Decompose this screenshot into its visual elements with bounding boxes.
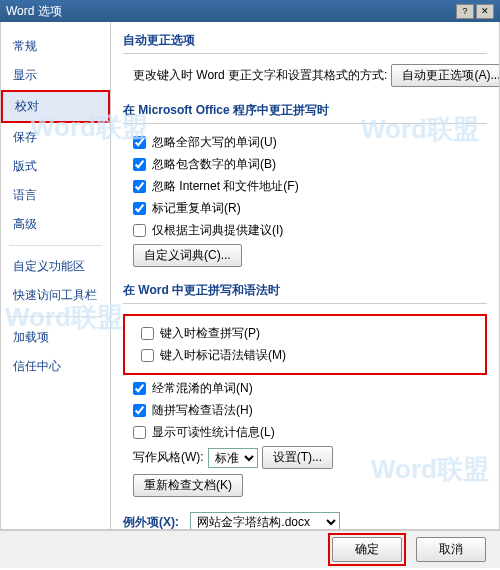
word-option-row: 随拼写检查语法(H) xyxy=(133,402,487,419)
autocorrect-text: 更改键入时 Word 更正文字和设置其格式的方式: xyxy=(133,67,387,84)
word-option-row: 经常混淆的单词(N) xyxy=(133,380,487,397)
chk-label: 忽略 Internet 和文件地址(F) xyxy=(152,178,299,195)
sidebar-item-quick-access[interactable]: 快速访问工具栏 xyxy=(1,281,110,310)
chk-mark-grammar-typing[interactable] xyxy=(141,349,154,362)
section-ms-spell-heading: 在 Microsoft Office 程序中更正拼写时 xyxy=(123,92,487,124)
ms-option-row: 忽略包含数字的单词(B) xyxy=(133,156,487,173)
sidebar-item-trust-center[interactable]: 信任中心 xyxy=(1,352,110,381)
word-option-row: 键入时标记语法错误(M) xyxy=(141,347,479,364)
section-autocorrect-heading: 自动更正选项 xyxy=(123,22,487,54)
chk-label: 经常混淆的单词(N) xyxy=(152,380,253,397)
sidebar-item-display[interactable]: 显示 xyxy=(1,61,110,90)
chk-grammar-with-spell[interactable] xyxy=(133,404,146,417)
titlebar: Word 选项 ? ✕ xyxy=(0,0,500,22)
writing-style-select[interactable]: 标准 xyxy=(208,448,258,468)
custom-dictionaries-button[interactable]: 自定义词典(C)... xyxy=(133,244,242,267)
sidebar: Word联盟 Word联盟 常规 显示 校对 保存 版式 语言 高级 自定义功能… xyxy=(1,22,111,529)
close-button[interactable]: ✕ xyxy=(476,4,494,19)
sidebar-item-language[interactable]: 语言 xyxy=(1,181,110,210)
chk-label: 键入时标记语法错误(M) xyxy=(160,347,286,364)
sidebar-item-layout[interactable]: 版式 xyxy=(1,152,110,181)
chk-confused-words[interactable] xyxy=(133,382,146,395)
recheck-document-button[interactable]: 重新检查文档(K) xyxy=(133,474,243,497)
highlighted-options-box: 键入时检查拼写(P) 键入时标记语法错误(M) xyxy=(123,314,487,375)
chk-readability-stats[interactable] xyxy=(133,426,146,439)
chk-label: 仅根据主词典提供建议(I) xyxy=(152,222,283,239)
ok-button[interactable]: 确定 xyxy=(332,537,402,562)
window-title: Word 选项 xyxy=(6,0,62,22)
chk-check-spelling-typing[interactable] xyxy=(141,327,154,340)
sidebar-item-general[interactable]: 常规 xyxy=(1,32,110,61)
chk-label: 标记重复单词(R) xyxy=(152,200,241,217)
ms-option-row: 仅根据主词典提供建议(I) xyxy=(133,222,487,239)
exceptions-document-select[interactable]: 网站金字塔结构.docx xyxy=(190,512,340,529)
custom-dict-row: 自定义词典(C)... xyxy=(133,244,487,267)
sidebar-item-advanced[interactable]: 高级 xyxy=(1,210,110,239)
exceptions-label: 例外项(X): xyxy=(123,515,179,529)
chk-main-dict-only[interactable] xyxy=(133,224,146,237)
writing-style-settings-button[interactable]: 设置(T)... xyxy=(262,446,333,469)
cancel-button[interactable]: 取消 xyxy=(416,537,486,562)
chk-label: 随拼写检查语法(H) xyxy=(152,402,253,419)
word-option-row: 键入时检查拼写(P) xyxy=(141,325,479,342)
ms-option-row: 忽略全部大写的单词(U) xyxy=(133,134,487,151)
help-button[interactable]: ? xyxy=(456,4,474,19)
titlebar-buttons: ? ✕ xyxy=(456,4,494,19)
autocorrect-row: 更改键入时 Word 更正文字和设置其格式的方式: 自动更正选项(A)... xyxy=(133,64,487,87)
sidebar-item-addins[interactable]: 加载项 xyxy=(1,323,110,352)
chk-label: 显示可读性统计信息(L) xyxy=(152,424,275,441)
chk-label: 忽略全部大写的单词(U) xyxy=(152,134,277,151)
sidebar-item-proofing[interactable]: 校对 xyxy=(1,90,110,123)
section-word-spell-heading: 在 Word 中更正拼写和语法时 xyxy=(123,272,487,304)
chk-flag-repeated[interactable] xyxy=(133,202,146,215)
section-exceptions-heading: 例外项(X): 网站金字塔结构.docx xyxy=(123,502,487,529)
sidebar-separator xyxy=(9,245,102,246)
writing-style-row: 写作风格(W): 标准 设置(T)... xyxy=(133,446,487,469)
chk-label: 忽略包含数字的单词(B) xyxy=(152,156,276,173)
chk-label: 键入时检查拼写(P) xyxy=(160,325,260,342)
ms-option-row: 标记重复单词(R) xyxy=(133,200,487,217)
dialog-body: Word联盟 Word联盟 常规 显示 校对 保存 版式 语言 高级 自定义功能… xyxy=(0,22,500,530)
writing-style-label: 写作风格(W): xyxy=(133,449,204,466)
chk-ignore-uppercase[interactable] xyxy=(133,136,146,149)
sidebar-item-save[interactable]: 保存 xyxy=(1,123,110,152)
dialog-footer: 确定 取消 xyxy=(0,530,500,568)
ok-highlight-box: 确定 xyxy=(328,533,406,566)
main-panel: Word联盟 Word联盟 自动更正选项 更改键入时 Word 更正文字和设置其… xyxy=(111,22,499,529)
chk-ignore-numbers[interactable] xyxy=(133,158,146,171)
autocorrect-options-button[interactable]: 自动更正选项(A)... xyxy=(391,64,499,87)
sidebar-separator xyxy=(9,316,102,317)
ms-option-row: 忽略 Internet 和文件地址(F) xyxy=(133,178,487,195)
word-option-row: 显示可读性统计信息(L) xyxy=(133,424,487,441)
sidebar-item-customize-ribbon[interactable]: 自定义功能区 xyxy=(1,252,110,281)
chk-ignore-internet[interactable] xyxy=(133,180,146,193)
recheck-row: 重新检查文档(K) xyxy=(133,474,487,497)
